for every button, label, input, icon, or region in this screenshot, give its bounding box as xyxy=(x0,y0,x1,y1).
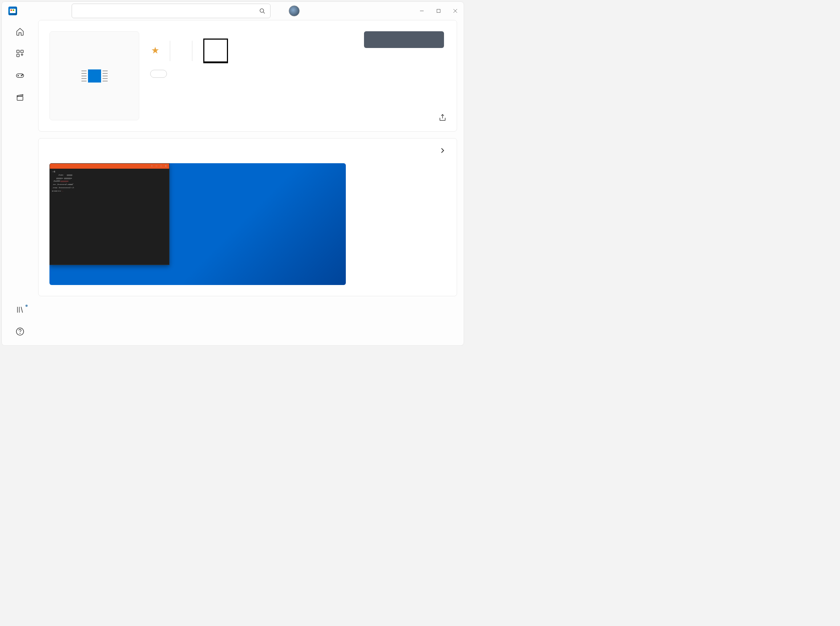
screenshots-row[interactable]: +─□✕ :~$ ./+o+- yyyyy. yyyyy+ -yyyyyy+ :… xyxy=(49,163,446,285)
search-box[interactable] xyxy=(72,4,271,18)
category-tag[interactable] xyxy=(150,70,167,78)
svg-point-10 xyxy=(21,75,22,76)
share-icon xyxy=(439,114,447,122)
screenshots-more-button[interactable] xyxy=(439,147,446,155)
user-avatar[interactable] xyxy=(289,5,299,16)
nav-home[interactable] xyxy=(7,27,33,38)
share-button[interactable] xyxy=(439,114,447,123)
stat-ratings[interactable] xyxy=(170,50,192,51)
esrb-badge-icon xyxy=(203,39,228,63)
nav-help[interactable] xyxy=(7,327,33,338)
app-window: ★ xyxy=(2,2,464,345)
apps-icon xyxy=(16,49,24,58)
gaming-icon xyxy=(16,71,24,80)
esrb-bar xyxy=(204,61,227,62)
movies-icon xyxy=(16,93,24,102)
app-hero-card: ★ xyxy=(38,20,457,131)
nav-movies-tv[interactable] xyxy=(7,93,33,103)
search-input[interactable] xyxy=(77,7,259,14)
nav-gaming[interactable] xyxy=(7,71,33,82)
help-icon xyxy=(16,327,24,336)
svg-rect-6 xyxy=(17,50,19,53)
search-icon xyxy=(259,8,265,14)
stat-average[interactable]: ★ xyxy=(150,46,170,56)
esrb-rating[interactable] xyxy=(192,39,235,63)
stats-row: ★ xyxy=(150,39,351,63)
minimize-button[interactable] xyxy=(414,5,430,17)
get-button[interactable] xyxy=(364,31,444,48)
star-icon: ★ xyxy=(152,46,159,55)
library-icon xyxy=(16,305,24,314)
nav-apps[interactable] xyxy=(7,49,33,60)
svg-point-0 xyxy=(260,9,263,13)
svg-rect-3 xyxy=(437,9,440,13)
svg-rect-8 xyxy=(17,54,19,57)
main-area: ★ xyxy=(2,20,464,345)
svg-line-17 xyxy=(21,307,22,313)
window-controls xyxy=(414,5,464,17)
app-icon xyxy=(49,31,139,121)
hero-main: ★ xyxy=(150,31,351,121)
store-logo-icon xyxy=(8,6,17,15)
action-column xyxy=(362,31,446,121)
screenshots-card: +─□✕ :~$ ./+o+- yyyyy. yyyyy+ -yyyyyy+ :… xyxy=(38,138,457,296)
svg-point-11 xyxy=(22,75,23,75)
svg-rect-14 xyxy=(17,96,23,100)
svg-rect-7 xyxy=(21,50,23,53)
nav-library[interactable] xyxy=(7,305,33,316)
close-button[interactable] xyxy=(447,5,464,17)
maximize-button[interactable] xyxy=(430,5,447,17)
esrb-letter xyxy=(204,40,227,61)
svg-line-1 xyxy=(263,12,265,13)
home-icon xyxy=(16,27,24,36)
content-scroll[interactable]: ★ xyxy=(38,20,464,345)
sidebar xyxy=(2,20,38,345)
svg-point-19 xyxy=(20,333,20,334)
chevron-right-icon xyxy=(439,147,446,154)
titlebar xyxy=(2,2,464,20)
screenshot-1[interactable]: +─□✕ :~$ ./+o+- yyyyy. yyyyy+ -yyyyyy+ :… xyxy=(49,163,346,285)
